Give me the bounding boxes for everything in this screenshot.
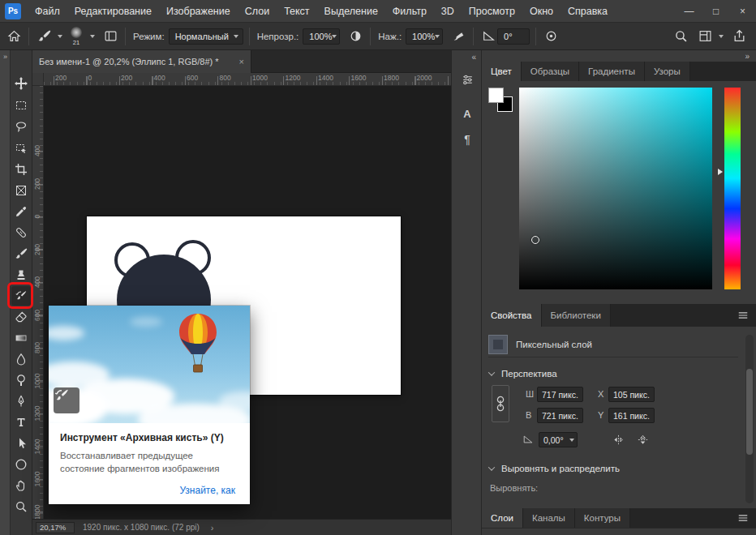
eyedropper-tool[interactable] (11, 202, 31, 221)
angle-select[interactable]: 0° (497, 28, 530, 45)
healing-brush-tool[interactable] (11, 223, 31, 242)
properties-scrollbar[interactable] (745, 335, 754, 503)
blend-mode-value: Нормальный (175, 32, 229, 41)
properties-panel-tabs: СвойстваБиблиотеки (482, 304, 756, 327)
path-selection-tool[interactable] (11, 434, 31, 453)
menu-item-8[interactable]: 3D (434, 0, 462, 23)
brush-settings-panel-icon[interactable] (457, 70, 477, 89)
gradient-tool[interactable] (11, 328, 31, 348)
zoom-tool[interactable] (11, 497, 31, 516)
brush-angle-icon (479, 28, 497, 45)
ruler-v-label: 800 (33, 338, 41, 357)
chevron-down-icon (435, 35, 440, 38)
menu-item-4[interactable]: Слои (238, 0, 277, 23)
object-selection-tool[interactable] (11, 138, 31, 157)
flip-horizontal-button[interactable] (610, 431, 626, 447)
zoom-level-field[interactable]: 20,17% (36, 522, 75, 533)
type-tool[interactable] (11, 413, 31, 432)
color-picker-cursor[interactable] (531, 236, 539, 244)
properties-panel: Пиксельный слой Перспектива Ш 717 пикс. … (482, 327, 756, 508)
color-tab-3[interactable]: Градиенты (579, 62, 645, 81)
collapse-panels-icon[interactable]: » (745, 52, 749, 61)
toggle-brush-panel-icon[interactable] (101, 28, 119, 45)
dock-tab-3[interactable]: Контуры (575, 508, 630, 528)
layers-panel-menu-icon[interactable] (737, 511, 750, 524)
properties-tab-2[interactable]: Библиотеки (542, 304, 611, 327)
crop-tool[interactable] (11, 160, 31, 179)
properties-tab-1[interactable]: Свойства (482, 304, 542, 327)
menu-item-3[interactable]: Изображение (159, 0, 238, 23)
marquee-tool[interactable] (11, 96, 31, 115)
foreground-color-swatch[interactable] (488, 88, 504, 103)
properties-panel-menu-icon[interactable] (737, 309, 750, 322)
share-icon[interactable] (730, 28, 748, 45)
opacity-select[interactable]: 100% (303, 28, 340, 45)
blend-mode-select[interactable]: Нормальный (169, 28, 243, 45)
menu-item-2[interactable]: Редактирование (67, 0, 159, 23)
menu-item-9[interactable]: Просмотр (462, 0, 522, 23)
flip-vertical-button[interactable] (634, 431, 651, 447)
character-panel-icon[interactable]: A (457, 104, 477, 123)
menu-item-10[interactable]: Окно (522, 0, 561, 23)
home-icon[interactable] (5, 28, 23, 45)
paragraph-panel-icon[interactable]: ¶ (457, 130, 477, 149)
close-button[interactable]: × (729, 0, 756, 23)
move-tool[interactable] (11, 74, 31, 93)
blur-tool[interactable] (11, 349, 31, 369)
frame-tool[interactable] (11, 181, 31, 200)
height-label: В (526, 410, 531, 420)
color-tab-1[interactable]: Цвет (482, 62, 522, 81)
ruler-h-label: 200 (119, 74, 132, 82)
x-field[interactable]: 105 пикс. (608, 387, 655, 402)
menu-item-1[interactable]: Файл (28, 0, 67, 23)
eraser-tool[interactable] (11, 307, 31, 327)
color-tab-2[interactable]: Образцы (522, 62, 579, 81)
hand-tool[interactable] (11, 476, 31, 495)
saturation-brightness-picker[interactable] (519, 88, 712, 289)
link-dimensions-button[interactable] (492, 385, 509, 422)
smoothing-icon[interactable] (542, 28, 560, 45)
brush-size-preview[interactable]: 21 (67, 27, 85, 46)
scrollbar-thumb[interactable] (746, 369, 753, 455)
document-tab[interactable]: Без имени-1 @ 20,2% (Эллипс 1, RGB/8#) *… (32, 50, 251, 73)
menu-item-7[interactable]: Фильтр (385, 0, 434, 23)
dock-tab-2[interactable]: Каналы (523, 508, 575, 528)
chevron-down-icon[interactable] (719, 35, 724, 38)
flow-select[interactable]: 100% (406, 28, 443, 45)
lasso-tool[interactable] (11, 117, 31, 136)
status-options-chevron-icon[interactable]: › (211, 523, 214, 533)
align-label: Выровнять: (490, 483, 538, 493)
menu-item-11[interactable]: Справка (561, 0, 615, 23)
pen-tool[interactable] (11, 392, 31, 411)
maximize-button[interactable]: □ (702, 0, 729, 23)
rotation-select[interactable]: 0,00° (539, 432, 578, 447)
hue-slider[interactable] (724, 88, 741, 289)
height-field[interactable]: 721 пикс. (537, 408, 583, 423)
y-field[interactable]: 161 пикс. (608, 408, 655, 423)
dodge-tool[interactable] (11, 370, 31, 390)
ellipse-tool[interactable] (11, 455, 31, 474)
chevron-down-icon[interactable] (90, 35, 95, 38)
width-field[interactable]: 717 пикс. (537, 387, 583, 402)
search-icon[interactable] (672, 28, 689, 45)
brush-tool[interactable] (11, 244, 31, 263)
tab-close-icon[interactable]: × (239, 57, 244, 66)
menu-item-6[interactable]: Выделение (317, 0, 385, 23)
color-tab-4[interactable]: Узоры (645, 62, 690, 81)
minimize-button[interactable]: — (676, 0, 702, 23)
align-section-header[interactable]: Выровнять и распределить (489, 464, 620, 473)
right-panel-dock: » ЦветОбразцыГрадиентыУзоры СвойстваБибл… (482, 50, 756, 535)
airbrush-icon[interactable] (449, 28, 467, 45)
rotate-angle-icon (522, 434, 534, 447)
pressure-opacity-icon[interactable] (346, 28, 364, 45)
brush-tool-preset-icon[interactable] (35, 28, 53, 45)
learn-how-link[interactable]: Узнайте, как (179, 485, 235, 496)
chevron-down-icon[interactable] (58, 35, 62, 38)
status-bar: 20,17% 1920 пикс. x 1080 пикс. (72 ppi) … (32, 519, 451, 535)
workspace-switcher-icon[interactable] (696, 28, 714, 45)
menu-item-5[interactable]: Текст (277, 0, 316, 23)
expand-panels-icon[interactable]: « (471, 53, 475, 62)
marquee-tool-icon (15, 99, 28, 112)
dock-tab-1[interactable]: Слои (482, 508, 523, 528)
transform-section-header[interactable]: Перспектива (489, 369, 557, 379)
